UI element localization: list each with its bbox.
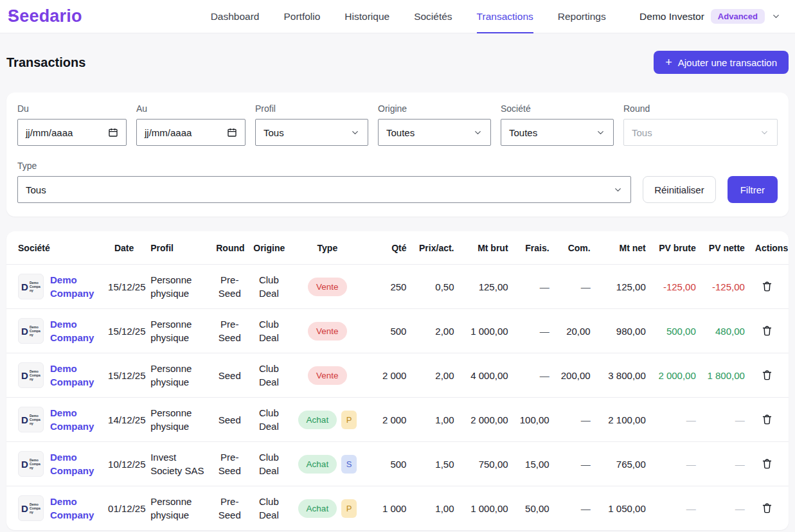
date-from-input[interactable]: jj/mm/aaaa [17, 119, 127, 146]
calendar-icon[interactable] [108, 127, 118, 137]
profil-select[interactable]: Tous [255, 119, 368, 146]
cell-qte: 500 [365, 442, 411, 486]
col-societe: Société [6, 233, 103, 265]
cell-mt-net: 125,00 [596, 265, 651, 309]
cell-com: — [555, 398, 596, 442]
calendar-icon[interactable] [227, 127, 237, 137]
origine-select[interactable]: Toutes [378, 119, 491, 146]
reset-button[interactable]: Réinitialiser [643, 176, 716, 203]
cell-prix: 2,00 [411, 353, 459, 398]
cell-origine: Club Deal [248, 486, 289, 531]
user-menu[interactable]: Demo Investor Advanced [639, 9, 781, 24]
delete-transaction-button[interactable] [758, 366, 776, 384]
cell-type: AchatS [289, 442, 365, 486]
company-logo: DDemo Company [18, 495, 44, 521]
type-badge: Vente [308, 322, 347, 341]
societe-label: Société [501, 103, 614, 114]
cell-profil: Personne physique [145, 353, 211, 398]
cell-type: Vente [289, 353, 365, 398]
cell-pv-nette: — [701, 442, 750, 486]
col-pv-brute: PV brute [651, 233, 701, 265]
cell-profil: Personne physique [145, 486, 211, 531]
trash-icon [761, 502, 773, 514]
brand-name: Seedario [8, 6, 82, 26]
delete-transaction-button[interactable] [758, 499, 776, 517]
nav-societes[interactable]: Sociétés [414, 0, 452, 33]
nav-portfolio[interactable]: Portfolio [283, 0, 320, 33]
cell-profil: Personne physique [145, 309, 211, 353]
company-link[interactable]: Demo Company [50, 450, 96, 477]
cell-pv-nette: — [701, 398, 750, 442]
cell-mt-brut: 750,00 [460, 442, 514, 486]
trash-icon [761, 457, 773, 470]
societe-select[interactable]: Toutes [501, 119, 614, 146]
cell-actions [750, 353, 789, 398]
cell-societe: DDemo CompanyDemo Company [6, 265, 103, 309]
cell-frais: — [514, 353, 555, 398]
cell-qte: 1 000 [365, 486, 411, 531]
nav-reportings[interactable]: Reportings [558, 0, 606, 33]
nav-historique[interactable]: Historique [344, 0, 389, 33]
company-link[interactable]: Demo Company [50, 406, 96, 433]
type-label: Type [17, 161, 631, 171]
date-to-input[interactable]: jj/mm/aaaa [136, 119, 246, 146]
cell-pv-nette: — [701, 486, 750, 531]
cell-com: 20,00 [555, 309, 596, 353]
cell-com: — [555, 486, 596, 531]
add-transaction-button[interactable]: + Ajouter une transaction [654, 51, 789, 74]
brand-logo[interactable]: Seedario [6, 6, 82, 26]
page-title: Transactions [6, 55, 85, 70]
cell-frais: — [514, 309, 555, 353]
cell-mt-net: 2 100,00 [596, 398, 651, 442]
cell-pv-brute: — [651, 398, 701, 442]
filter-button[interactable]: Filtrer [728, 176, 778, 203]
company-logo: DDemo Company [18, 451, 44, 477]
delete-transaction-button[interactable] [758, 278, 776, 295]
nav-dashboard[interactable]: Dashboard [211, 0, 260, 33]
company-link[interactable]: Demo Company [50, 495, 96, 522]
nav-transactions[interactable]: Transactions [477, 0, 533, 33]
cell-date: 15/12/25 [103, 309, 145, 353]
company-link[interactable]: Demo Company [50, 362, 96, 389]
cell-qte: 250 [365, 265, 411, 309]
col-round: Round [211, 233, 248, 265]
company-logo: DDemo Company [18, 407, 44, 432]
filter-date-to: Au jj/mm/aaaa [136, 103, 246, 146]
col-profil: Profil [145, 233, 211, 265]
col-pv-nette: PV nette [701, 233, 750, 265]
top-bar: Seedario Dashboard Portfolio Historique … [0, 0, 795, 33]
table-row: DDemo CompanyDemo Company10/12/25Invest … [6, 442, 789, 486]
cell-type: Vente [289, 309, 365, 353]
round-label: Round [623, 103, 778, 114]
table-header-row: Société Date Profil Round Origine Type Q… [6, 233, 789, 265]
cell-type: AchatP [289, 398, 365, 442]
cell-mt-net: 980,00 [596, 309, 651, 353]
cell-societe: DDemo CompanyDemo Company [6, 398, 103, 442]
table-row: DDemo CompanyDemo Company15/12/25Personn… [6, 353, 789, 398]
delete-transaction-button[interactable] [758, 411, 776, 428]
delete-transaction-button[interactable] [758, 322, 776, 339]
cell-pv-nette: 1 800,00 [701, 353, 750, 398]
filter-profil: Profil Tous [255, 103, 368, 146]
page-content: Transactions + Ajouter une transaction D… [0, 51, 795, 530]
col-mt-net: Mt net [596, 233, 651, 265]
chevron-down-icon[interactable] [771, 12, 781, 21]
cell-frais: — [514, 265, 555, 309]
type-select[interactable]: Tous [17, 176, 631, 203]
delete-transaction-button[interactable] [758, 455, 776, 472]
cell-actions [750, 486, 789, 531]
cell-profil: Personne physique [145, 265, 211, 309]
transactions-table-card: Société Date Profil Round Origine Type Q… [6, 231, 789, 530]
company-link[interactable]: Demo Company [50, 273, 96, 300]
cell-frais: 15,00 [514, 442, 555, 486]
cell-pv-brute: — [651, 442, 701, 486]
table-row: DDemo CompanyDemo Company01/12/25Personn… [6, 486, 789, 531]
filter-round: Round Tous [623, 103, 778, 146]
company-link[interactable]: Demo Company [50, 317, 96, 344]
cell-actions [750, 265, 789, 309]
cell-actions [750, 309, 789, 353]
cell-mt-net: 765,00 [596, 442, 651, 486]
chevron-down-icon [596, 128, 605, 137]
trash-icon [761, 324, 773, 337]
cell-prix: 0,50 [411, 265, 459, 309]
